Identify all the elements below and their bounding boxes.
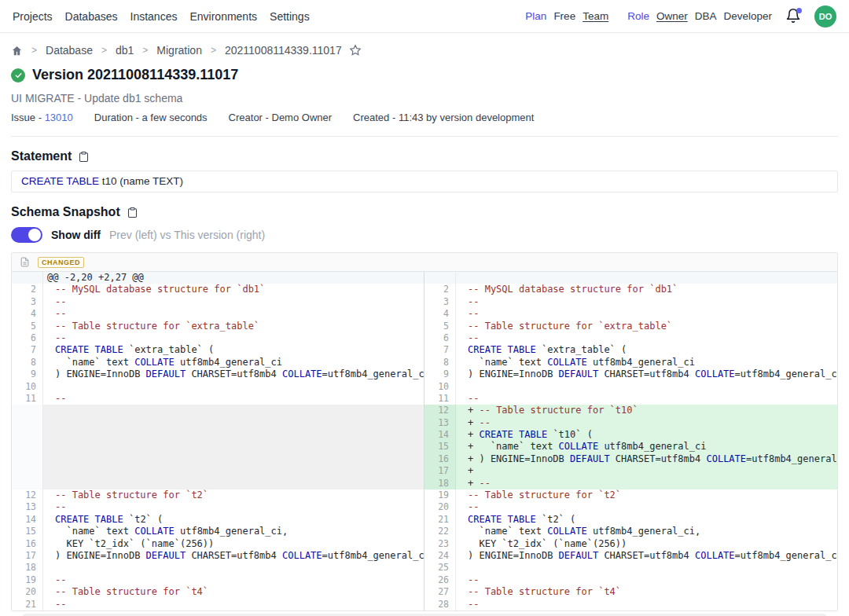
- top-nav: Projects Databases Instances Environment…: [0, 0, 849, 33]
- diff-code-line: ) ENGINE=InnoDB DEFAULT CHARSET=utf8mb4 …: [456, 368, 837, 380]
- diff-line-number: 10: [424, 381, 456, 393]
- changed-badge: CHANGED: [38, 257, 84, 268]
- diff-line-number: 19: [424, 490, 456, 501]
- diff-line-number: 8: [12, 357, 43, 368]
- diff-line-number: [12, 272, 43, 284]
- diff-line-number: 14: [424, 429, 456, 441]
- nav-item-instances[interactable]: Instances: [130, 10, 178, 23]
- meta-created: Created - 11:43 by version development: [353, 112, 534, 123]
- diff-code-line: [456, 562, 837, 574]
- diff-code-line: CREATE TABLE `t2` (: [43, 514, 424, 526]
- diff-line-number: [12, 405, 43, 416]
- diff-code-line: [43, 478, 424, 490]
- diff-code-line: ) ENGINE=InnoDB DEFAULT CHARSET=utf8mb4 …: [43, 368, 424, 380]
- diff-line-number: 8: [424, 357, 456, 368]
- avatar[interactable]: DO: [814, 6, 836, 28]
- diff-line-number: 11: [424, 393, 456, 405]
- diff-code-line: `name` text COLLATE utf8mb4_general_ci,: [456, 526, 837, 537]
- diff-line-number: 26: [424, 574, 456, 586]
- notification-bell-icon[interactable]: [785, 8, 803, 25]
- show-diff-caption: Prev (left) vs This version (right): [109, 229, 265, 241]
- show-diff-toggle[interactable]: [11, 227, 42, 243]
- diff-code-line: -- Table structure for `t2`: [43, 490, 424, 501]
- diff-code-line: --: [456, 501, 837, 513]
- diff-line-number: 21: [424, 514, 456, 526]
- diff-line-number: 7: [424, 344, 456, 356]
- version-header: Version 20211008114339.11017: [11, 67, 838, 83]
- diff-code-line: --: [43, 393, 424, 405]
- diff-line-number: 18: [12, 562, 43, 574]
- breadcrumb-separator: >: [211, 45, 216, 56]
- diff-line-number: 10: [12, 381, 43, 393]
- diff-code-line: CREATE TABLE `t2` (: [456, 514, 837, 526]
- diff-code-line: [43, 405, 424, 416]
- diff-code-line: --: [456, 308, 837, 320]
- diff-line-number: 13: [12, 501, 43, 513]
- nav-item-databases[interactable]: Databases: [65, 10, 118, 23]
- meta-creator: Creator - Demo Owner: [229, 112, 332, 123]
- diff-code-line: @@ -2,20 +2,27 @@: [43, 272, 424, 284]
- diff-line-number: 15: [424, 441, 456, 453]
- copy-statement-icon[interactable]: [78, 151, 90, 163]
- diff-code-line: --: [43, 296, 424, 308]
- migration-subtitle: UI MIGRATE - Update db1 schema: [11, 92, 838, 104]
- diff-line-number: 17: [424, 465, 456, 477]
- diff-line-number: 28: [424, 599, 456, 610]
- diff-line-number: 12: [424, 405, 456, 416]
- diff-table[interactable]: @@ -2,20 +2,27 @@2-- MySQL database stru…: [12, 272, 837, 610]
- meta-duration: Duration - a few seconds: [94, 112, 208, 123]
- role-dba[interactable]: DBA: [695, 10, 717, 22]
- plan-team-link[interactable]: Team: [583, 10, 608, 22]
- diff-code-line: [43, 429, 424, 441]
- issue-link[interactable]: 13010: [45, 112, 73, 123]
- breadcrumb-database[interactable]: Database: [46, 44, 93, 57]
- breadcrumb-version[interactable]: 20211008114339.11017: [225, 44, 342, 57]
- role-owner-link[interactable]: Owner: [656, 10, 688, 22]
- diff-line-number: 20: [424, 501, 456, 513]
- plan-current: Free: [553, 10, 575, 22]
- diff-code-line: [456, 381, 837, 393]
- diff-line-number: [12, 478, 43, 490]
- diff-line-number: [12, 441, 43, 453]
- diff-code-line: --: [43, 501, 424, 513]
- diff-file-header: CHANGED: [12, 253, 837, 272]
- show-diff-row: Show diff Prev (left) vs This version (r…: [11, 227, 838, 243]
- diff-line-number: 16: [12, 538, 43, 550]
- diff-code-line: [43, 417, 424, 429]
- diff-code-line: [43, 441, 424, 453]
- nav-item-projects[interactable]: Projects: [13, 10, 53, 23]
- copy-schema-icon[interactable]: [127, 207, 138, 218]
- nav-item-settings[interactable]: Settings: [270, 10, 310, 23]
- diff-code-line: --: [43, 599, 424, 610]
- diff-code-line: [43, 453, 424, 465]
- diff-code-line: [43, 465, 424, 477]
- diff-code-line: -- MySQL database structure for `db1`: [456, 284, 837, 295]
- diff-line-number: 24: [424, 550, 456, 562]
- diff-line-number: [424, 272, 456, 284]
- diff-line-number: 2: [424, 284, 456, 295]
- diff-line-number: [12, 417, 43, 429]
- home-icon[interactable]: [11, 45, 23, 57]
- diff-code-line: + `name` text COLLATE utf8mb4_general_ci: [456, 441, 837, 453]
- diff-line-number: 7: [12, 344, 43, 356]
- diff-code-line: CREATE TABLE `extra_table` (: [43, 344, 424, 356]
- diff-line-number: 2: [12, 284, 43, 295]
- statement-sql: CREATE TABLE t10 (name TEXT): [11, 170, 838, 192]
- breadcrumb-db1[interactable]: db1: [116, 44, 134, 57]
- bookmark-star-icon[interactable]: [351, 44, 362, 57]
- diff-code-line: KEY `t2_idx` (`name`(256)): [456, 538, 837, 550]
- diff-line-number: 4: [12, 308, 43, 320]
- schema-snapshot-heading-text: Schema Snapshot: [11, 205, 120, 219]
- diff-code-line: ) ENGINE=InnoDB DEFAULT CHARSET=utf8mb4 …: [43, 550, 424, 562]
- show-diff-label: Show diff: [51, 229, 101, 241]
- schema-diff-panel: CHANGED @@ -2,20 +2,27 @@2-- MySQL datab…: [11, 252, 838, 611]
- diff-line-number: 5: [12, 321, 43, 332]
- nav-item-environments[interactable]: Environments: [189, 10, 257, 23]
- success-check-icon: [11, 68, 25, 82]
- diff-code-line: --: [43, 574, 424, 586]
- breadcrumb-migration[interactable]: Migration: [156, 44, 202, 57]
- diff-code-line: --: [43, 332, 424, 344]
- diff-line-number: 19: [12, 574, 43, 586]
- role-developer[interactable]: Developer: [723, 10, 772, 22]
- diff-line-number: 6: [12, 332, 43, 344]
